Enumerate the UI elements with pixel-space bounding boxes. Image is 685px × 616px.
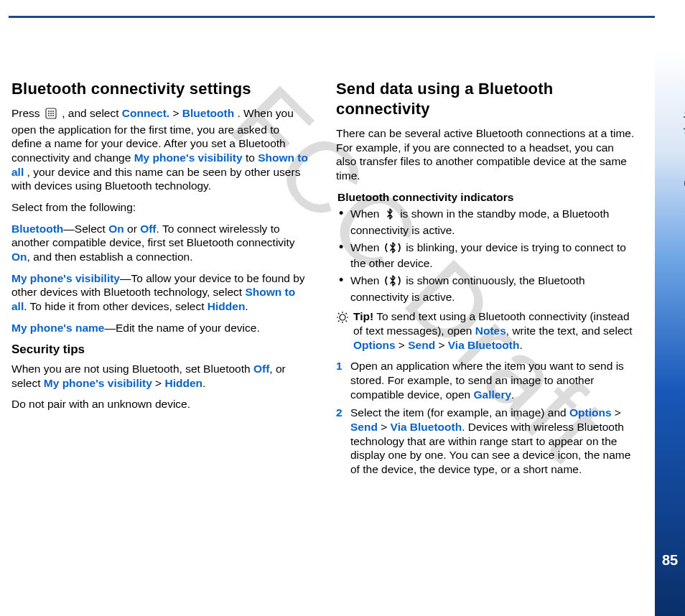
link-visibility: My phone's visibility (44, 377, 152, 389)
text: to (246, 151, 258, 164)
text: . To hide it from other devices, select (24, 300, 208, 312)
text: When you are not using Bluetooth, set Bl… (11, 363, 253, 375)
link-send: Send (408, 339, 435, 351)
tip-text: Tip! To send text using a Bluetooth conn… (353, 310, 633, 350)
text: > (612, 406, 621, 419)
select-from: Select from the following: (11, 200, 312, 215)
body-columns: Bluetooth connectivity settings Press , … (11, 79, 636, 546)
svg-point-1 (48, 111, 50, 112)
list-item: When is shown in the standby mode, a Blu… (336, 207, 636, 237)
svg-point-3 (52, 111, 54, 112)
svg-point-10 (340, 314, 345, 320)
link-bluetooth: Bluetooth (182, 107, 234, 119)
text: , your device and this name can be seen … (11, 166, 300, 192)
link-on: On (11, 251, 27, 263)
text: —Edit the name of your device. (104, 322, 259, 334)
svg-point-7 (48, 115, 50, 116)
bluetooth-paren-icon (385, 242, 401, 257)
text: . (202, 377, 205, 389)
heading-security-tips: Security tips (11, 342, 312, 358)
send-intro: There can be several active Bluetooth co… (336, 126, 636, 183)
option-visibility: My phone's visibility—To allow your devi… (11, 271, 312, 314)
link-on: On (108, 223, 124, 235)
tip-label: Tip! (353, 310, 373, 322)
heading-bluetooth-settings: Bluetooth connectivity settings (11, 79, 312, 99)
manual-page: FCC Draft Bluetooth connectivity setting… (0, 0, 685, 616)
text: > (152, 377, 165, 389)
indicator-list: When is shown in the standby mode, a Blu… (336, 207, 636, 304)
heading-indicators: Bluetooth connectivity indicators (337, 190, 636, 205)
text: , and then establish a connection. (27, 251, 193, 263)
link-off: Off (253, 363, 269, 375)
link-options: Options (569, 406, 612, 419)
list-item: When is shown continuously, the Bluetoot… (336, 274, 636, 304)
link-bluetooth: Bluetooth (11, 223, 63, 235)
header-rule (9, 16, 655, 18)
svg-point-9 (52, 115, 54, 116)
link-visibility: My phone's visibility (134, 151, 243, 164)
svg-point-5 (50, 113, 52, 114)
text: > (378, 421, 391, 433)
link-hidden: Hidden (208, 300, 246, 312)
text: Press (11, 107, 43, 119)
steps-list: 1 Open an application where the item you… (336, 359, 636, 476)
link-gallery: Gallery (473, 388, 511, 401)
option-bluetooth: Bluetooth—Select On or Off. To connect w… (11, 222, 312, 264)
step-number: 2 (336, 406, 342, 420)
bluetooth-paren-icon (385, 275, 401, 290)
svg-point-2 (50, 111, 52, 112)
list-item: When is blinking, your device is trying … (336, 241, 636, 271)
text: or (124, 223, 140, 235)
side-gradient: Connectivity 85 (655, 20, 685, 616)
security-tip-1: When you are not using Bluetooth, set Bl… (11, 362, 312, 390)
link-send: Send (350, 421, 378, 433)
text: > (396, 339, 409, 351)
link-via-bluetooth: Via Bluetooth (391, 421, 462, 433)
text: . (245, 300, 248, 312)
section-label: Connectivity (681, 103, 685, 189)
bluetooth-icon (385, 208, 395, 223)
tip-block: Tip! To send text using a Bluetooth conn… (336, 309, 636, 352)
text: . (511, 388, 514, 401)
link-via-bluetooth: Via Bluetooth (448, 339, 520, 351)
text: When (350, 274, 383, 286)
link-notes: Notes (475, 325, 506, 337)
text: —Select (63, 223, 108, 235)
link-connect: Connect. (122, 107, 169, 119)
menu-key-icon (45, 108, 57, 123)
link-phone-name: My phone's name (11, 322, 104, 334)
text: > (435, 339, 448, 351)
text: Select the item (for example, an image) … (350, 406, 569, 419)
text: When (350, 207, 383, 220)
step-number: 1 (336, 359, 342, 373)
heading-send-data: Send data using a Bluetooth connectivity (336, 79, 636, 119)
text: , write the text, and select (506, 325, 633, 337)
text: , and select (62, 107, 122, 119)
page-number: 85 (658, 552, 682, 569)
svg-point-4 (48, 113, 50, 114)
link-off: Off (140, 223, 156, 235)
svg-point-6 (52, 113, 54, 114)
option-name: My phone's name—Edit the name of your de… (11, 321, 312, 335)
list-item: 2 Select the item (for example, an image… (336, 406, 636, 476)
link-visibility: My phone's visibility (11, 272, 120, 284)
text: . (519, 339, 522, 351)
tip-bulb-icon (336, 311, 349, 327)
settings-intro: Press , and select Connect. > Bluetooth … (11, 106, 312, 193)
security-tip-2: Do not pair with an unknown device. (11, 397, 312, 411)
svg-point-8 (50, 115, 52, 116)
link-hidden: Hidden (164, 377, 202, 389)
text: When (350, 241, 383, 253)
text: > (172, 107, 182, 119)
link-options: Options (353, 339, 396, 351)
list-item: 1 Open an application where the item you… (336, 359, 636, 401)
